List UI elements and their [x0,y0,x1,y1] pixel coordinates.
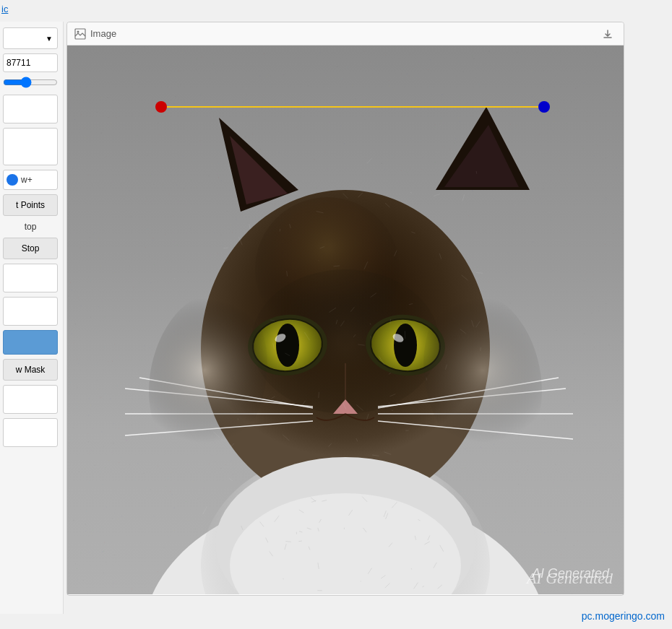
main-area: Image AI Gener [66,22,672,621]
stop-button[interactable]: Stop [3,238,58,259]
blue-action-button[interactable] [3,330,58,355]
slider-container [3,77,58,90]
image-panel-header: Image [67,22,624,45]
chevron-down-icon: ▼ [46,35,53,43]
image-container: AI Generated [67,45,624,594]
blank-box-2 [3,128,58,165]
blank-box-6 [3,418,58,447]
toggle-circle-icon [7,174,18,186]
panel-title-text: Image [90,28,116,39]
sidebar: ▼ w+ t Points top Stop w Mask [0,22,64,614]
slider[interactable] [3,77,58,88]
site-url-watermark: pc.mogeringo.com [582,610,665,622]
cat-canvas [67,45,624,594]
top-label: top [3,220,58,233]
value-input[interactable] [3,53,58,72]
top-link[interactable]: ic [1,4,8,14]
image-panel: Image AI Gener [66,22,624,596]
toggle-label: w+ [21,175,33,185]
blank-box-5 [3,385,58,414]
sidebar-dropdown[interactable]: ▼ [3,27,58,49]
toggle-row[interactable]: w+ [3,170,58,190]
blank-box-1 [3,95,58,123]
mask-button[interactable]: w Mask [3,359,58,381]
blank-box-3 [3,264,58,292]
blank-box-4 [3,297,58,326]
download-button[interactable] [599,25,616,43]
download-icon [603,29,613,39]
svg-point-1 [77,30,79,32]
svg-rect-0 [75,29,85,39]
points-button[interactable]: t Points [3,194,58,216]
image-icon [74,28,86,40]
panel-title: Image [74,28,116,40]
